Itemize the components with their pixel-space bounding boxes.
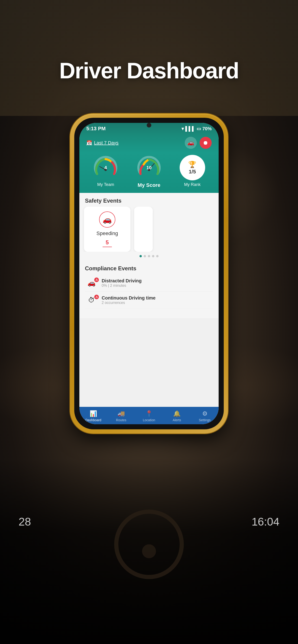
phone-shell: 5:13 PM ▾ ▌▌▌ ▭ 70% 📅 Last 7 Days (70, 114, 228, 434)
compliance-item-continuous[interactable]: ⏱ ⚠ Continuous Driving time 2 occurrence… (85, 292, 213, 309)
continuous-driving-text: Continuous Driving time 2 occurrences (102, 295, 155, 305)
dot-1 (139, 255, 142, 257)
status-icons: ▾ ▌▌▌ ▭ 70% (181, 126, 212, 132)
phone-screen: 5:13 PM ▾ ▌▌▌ ▭ 70% 📅 Last 7 Days (79, 123, 219, 424)
nav-alerts[interactable]: 🔔 Alerts (169, 410, 185, 422)
my-team-label: My Team (97, 182, 114, 187)
signal-icon: ▌▌▌ (185, 126, 195, 132)
speeding-icon-circle: 🚗 (99, 212, 115, 228)
dot-4 (152, 255, 154, 257)
dashboard-nav-icon: 📊 (90, 410, 97, 417)
header-icons: 🚗 ⏺ (185, 137, 212, 149)
distracted-driving-name: Distracted Driving (102, 278, 142, 284)
location-nav-icon: 📍 (145, 410, 153, 417)
dashboard-nav-label: Dashboard (85, 418, 101, 422)
settings-nav-label: Settings (199, 418, 211, 422)
nav-location[interactable]: 📍 Location (141, 410, 157, 422)
settings-nav-icon: ⚙ (202, 410, 207, 417)
my-team-gauge: 4 (93, 155, 118, 180)
compliance-list: 🚗 ⚠ Distracted Driving 0% | 2 minutes ⏱ (79, 274, 219, 309)
car-mode-icon: 🚗 (187, 140, 194, 146)
record-button[interactable]: ⏺ (200, 137, 212, 149)
speeding-icon: 🚗 (103, 215, 112, 224)
dot-3 (148, 255, 150, 257)
page-title: Driver Dashboard (0, 58, 298, 84)
scores-section: 4 My Team (79, 152, 219, 193)
nav-settings[interactable]: ⚙ Settings (197, 410, 213, 422)
compliance-item-distracted[interactable]: 🚗 ⚠ Distracted Driving 0% | 2 minutes (85, 274, 213, 292)
calendar-icon: 📅 (86, 140, 92, 146)
safety-events-scroll[interactable]: 🚗 Speeding 5 (79, 207, 219, 252)
dot-5 (156, 255, 159, 257)
car-mode-button[interactable]: 🚗 (185, 137, 197, 149)
speeding-count: 5 (103, 239, 112, 247)
steering-wheel-center (142, 544, 156, 558)
my-score-widget[interactable]: 10 My Score (136, 155, 162, 188)
safety-card-speeding[interactable]: 🚗 Speeding 5 (84, 207, 130, 252)
nav-routes[interactable]: 🚚 Routes (113, 410, 129, 422)
camera-notch (147, 123, 151, 128)
continuous-driving-icon: ⏱ ⚠ (85, 296, 98, 305)
safety-events-title: Safety Events (79, 193, 219, 207)
phone-case: 5:13 PM ▾ ▌▌▌ ▭ 70% 📅 Last 7 Days (70, 114, 228, 434)
warning-badge-2: ⚠ (94, 295, 99, 299)
continuous-driving-name: Continuous Driving time (102, 295, 155, 301)
my-rank-widget[interactable]: 🏆 1/5 My Rank (180, 155, 205, 187)
compliance-events-title: Compliance Events (79, 260, 219, 274)
trophy-icon: 🏆 (188, 161, 196, 168)
alerts-nav-icon: 🔔 (173, 410, 181, 417)
rank-circle: 🏆 1/5 (180, 155, 205, 180)
app-header: 📅 Last 7 Days 🚗 ⏺ (79, 134, 219, 152)
dot-2 (144, 255, 146, 257)
status-time: 5:13 PM (86, 126, 106, 132)
date-filter[interactable]: 📅 Last 7 Days (86, 140, 119, 146)
my-rank-label: My Rank (184, 182, 200, 187)
safety-card-partial (134, 207, 153, 252)
rank-value: 1/5 (189, 169, 196, 175)
speeding-label: Speeding (97, 230, 118, 236)
location-nav-label: Location (143, 418, 155, 422)
record-icon: ⏺ (203, 140, 208, 146)
continuous-driving-detail: 2 occurrences (102, 301, 155, 305)
routes-nav-label: Routes (116, 418, 126, 422)
distracted-driving-detail: 0% | 2 minutes (102, 284, 142, 288)
dots-indicator (79, 252, 219, 260)
alerts-nav-label: Alerts (173, 418, 181, 422)
svg-text:4: 4 (104, 165, 107, 170)
nav-dashboard[interactable]: 📊 Dashboard (85, 410, 101, 422)
phone-bezel: 5:13 PM ▾ ▌▌▌ ▭ 70% 📅 Last 7 Days (74, 118, 224, 429)
distracted-driving-icon: 🚗 ⚠ (85, 278, 98, 288)
dashboard-right: 16:04 (251, 515, 279, 528)
battery-icon: ▭ (197, 126, 201, 132)
main-content: Safety Events 🚗 Speeding 5 (79, 193, 219, 318)
battery-percent: 70% (202, 126, 212, 132)
my-score-label: My Score (138, 182, 160, 188)
date-filter-label: Last 7 Days (94, 140, 119, 146)
bottom-nav: 📊 Dashboard 🚚 Routes 📍 Location 🔔 Alerts (79, 407, 219, 424)
my-team-widget[interactable]: 4 My Team (93, 155, 118, 187)
dashboard-left: 28 (19, 515, 31, 528)
my-score-gauge: 10 (136, 155, 162, 180)
warning-badge-1: ⚠ (94, 278, 99, 282)
distracted-driving-text: Distracted Driving 0% | 2 minutes (102, 278, 142, 288)
wifi-icon: ▾ (181, 126, 184, 132)
svg-text:10: 10 (146, 165, 152, 170)
routes-nav-icon: 🚚 (117, 410, 125, 417)
